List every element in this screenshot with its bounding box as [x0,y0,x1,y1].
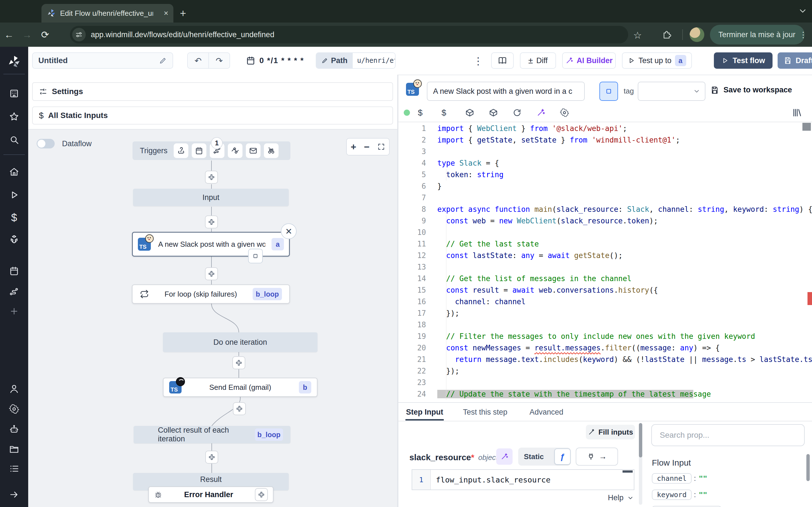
add-step-button[interactable] [205,267,218,280]
node-collect-result[interactable]: Collect result of each iteration b_loop [134,426,290,443]
sidebar-item-routes[interactable] [9,287,19,297]
extensions-icon[interactable] [662,30,672,40]
tab-search-icon[interactable] [798,6,808,16]
sidebar-item-runs[interactable] [9,190,19,200]
package-lock-icon[interactable] [489,108,513,117]
sidebar-collapse-icon[interactable] [9,490,19,500]
sidebar-item-logs[interactable] [9,464,19,474]
package-icon[interactable] [465,108,489,117]
editor-scrollbar-thumb[interactable] [802,123,811,131]
sidebar-item-users[interactable] [9,384,19,394]
forward-icon[interactable]: → [18,29,36,40]
sidebar-item-resources[interactable] [9,234,19,244]
add-error-handler-button[interactable] [255,488,268,501]
flow-input-prop[interactable]: slack_resource:undefined [652,505,804,507]
diff-button[interactable]: ± Diff [520,52,556,69]
new-tab-button[interactable]: + [180,8,186,18]
delete-step-icon[interactable]: ✕ [281,223,297,239]
all-static-inputs-row[interactable]: $ All Static Inputs [32,107,393,124]
browser-tab[interactable]: Edit Flow u/henri/effective_un × [42,4,173,22]
path-editor[interactable]: Path u/henri/eff [316,52,396,69]
prop-ai-wand-button[interactable] [496,448,513,465]
sidebar-item-workers[interactable] [9,424,19,434]
edit-pencil-icon[interactable] [159,57,167,64]
sidebar-item-search[interactable] [9,135,19,145]
ai-builder-button[interactable]: AI Builder [562,52,616,69]
add-step-button[interactable] [205,451,218,464]
node-do-one-iteration[interactable]: Do one iteration [163,332,317,352]
tab-step-input[interactable]: Step Input [406,408,443,416]
url-bar[interactable]: app.windmill.dev/flows/edit/u/henri/effe… [70,26,628,43]
fill-inputs-button[interactable]: Fill inputs [586,425,635,439]
reload-script-icon[interactable] [513,108,536,117]
websocket-trigger-icon[interactable] [228,144,243,158]
test-up-to-button[interactable]: Test up to a [622,52,692,69]
node-forloop[interactable]: For loop (skip failures) b_loop [132,284,290,304]
back-icon[interactable]: ← [0,29,18,40]
test-flow-button[interactable]: Test flow [714,52,772,69]
add-step-button[interactable] [205,216,218,228]
sidebar-item-settings[interactable] [9,404,19,414]
editor-settings-icon[interactable] [560,108,583,117]
profile-avatar[interactable] [690,27,704,42]
chrome-menu-icon[interactable]: ⋮ [799,30,807,40]
stop-after-icon-button[interactable] [599,82,618,101]
schedule-trigger-icon[interactable] [192,144,206,158]
docs-button[interactable] [491,52,514,69]
chrome-update-button[interactable]: Terminer la mise à jour ⋮ [710,25,805,45]
step-stop-icon[interactable] [248,249,263,263]
sidebar-item-favorites[interactable] [9,112,19,122]
path-button[interactable]: Path [316,53,353,68]
node-error-handler[interactable]: Error Handler [148,487,273,503]
assets-icon[interactable]: $ [418,108,442,117]
library-icon[interactable] [792,108,802,118]
flow-graph-canvas[interactable] [28,129,397,507]
flow-settings-row[interactable]: Settings [32,82,393,101]
save-to-workspace-button[interactable]: Save to workspace [711,86,792,94]
flow-input-prop[interactable]: channel:"" [652,472,804,485]
code-editor[interactable]: 1import { WebClient } from '@slack/web-a… [398,123,812,402]
reload-icon[interactable]: ⟳ [36,29,54,40]
sidebar-item-home[interactable] [9,167,19,177]
site-settings-icon[interactable] [72,28,86,41]
draft-button[interactable]: Draft [777,52,812,69]
javascript-expr-toggle[interactable]: ƒ [554,448,571,465]
sidebar-item-folders[interactable] [9,444,19,454]
tab-close-icon[interactable]: × [164,9,168,18]
add-step-button[interactable] [232,356,245,369]
email-trigger-icon[interactable] [246,144,260,158]
schedule-cron[interactable]: 0 */1 * * * * [246,52,304,69]
ai-assistant-icon[interactable] [536,108,560,117]
add-step-button[interactable] [233,402,246,415]
poll-trigger-icon[interactable] [264,144,278,158]
search-prop-input[interactable] [651,424,805,446]
tag-select[interactable] [638,82,705,101]
flow-name-field[interactable]: Untitled [32,52,173,69]
dataflow-toggle[interactable] [37,139,55,149]
variables-icon[interactable]: $ [442,108,465,117]
add-step-button[interactable] [205,171,218,184]
sidebar-item-schedules[interactable] [9,266,19,276]
fit-view-icon[interactable] [377,143,385,151]
node-slack-step[interactable]: TS A new Slack post with a given wor... … [132,232,290,257]
sidebar-item-workspace[interactable] [9,89,19,99]
step-scrollbar-thumb[interactable] [639,423,642,457]
step-summary-input[interactable] [427,82,585,101]
tab-advanced[interactable]: Advanced [529,408,563,416]
more-options-icon[interactable]: ⋮ [473,55,483,67]
node-input[interactable]: Input [133,189,289,206]
input-expression-editor[interactable]: 1 flow_input.slack_resource [412,469,635,490]
undo-button[interactable]: ↶ [188,53,209,68]
windmill-logo-icon[interactable] [7,55,21,69]
flow-input-prop[interactable]: keyword:"" [652,489,804,501]
help-toggle[interactable]: Help [608,494,634,502]
redo-button[interactable]: ↷ [209,53,230,68]
tab-test-this-step[interactable]: Test this step [463,408,507,416]
props-scrollbar-thumb[interactable] [806,454,810,481]
webhook-trigger-icon[interactable] [174,144,188,158]
bookmark-star-icon[interactable]: ☆ [633,30,642,41]
connect-input-button[interactable]: → [576,448,618,466]
sidebar-item-variables[interactable]: $ [11,212,17,224]
sidebar-item-add[interactable] [9,306,19,316]
static-toggle-group[interactable]: Static ƒ [518,448,571,466]
